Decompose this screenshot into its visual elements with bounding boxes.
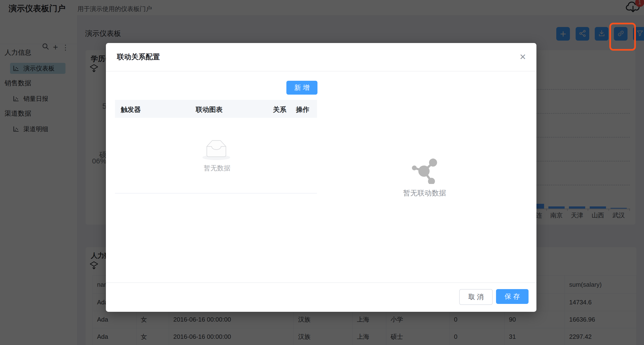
annotation-highlight-linkage-button	[609, 23, 636, 51]
col-chart: 联动图表	[196, 105, 222, 114]
link-empty-text: 暂无联动数据	[389, 188, 460, 198]
link-empty-icon	[412, 157, 438, 185]
col-action: 操作	[296, 105, 309, 114]
dialog-footer-divider	[106, 282, 536, 283]
cancel-label: 取 消	[468, 293, 484, 302]
empty-inbox-icon	[202, 137, 232, 162]
col-relation: 关系	[273, 105, 286, 114]
add-linkage-label: 新 增	[294, 83, 310, 92]
linkage-table-header: 触发器 联动图表 关系 操作	[115, 100, 317, 118]
linkage-table-bottom-border	[115, 193, 317, 194]
cancel-button[interactable]: 取 消	[459, 289, 493, 305]
empty-text: 暂无数据	[187, 164, 247, 173]
col-trigger: 触发器	[121, 105, 141, 114]
dialog-title: 联动关系配置	[117, 52, 160, 62]
dialog-close-button[interactable]: ✕	[518, 52, 528, 62]
linkage-config-dialog: 联动关系配置 ✕ 新 增 触发器 联动图表 关系 操作 暂无数据	[106, 43, 536, 312]
app-root: 演示仪表板门户 用于演示使用的仪表板门户 1 + ⋮	[0, 0, 644, 345]
save-button[interactable]: 保 存	[496, 289, 528, 304]
add-linkage-button[interactable]: 新 增	[286, 81, 318, 95]
close-icon: ✕	[520, 52, 526, 62]
dialog-header-divider	[106, 71, 536, 71]
save-label: 保 存	[505, 292, 520, 301]
